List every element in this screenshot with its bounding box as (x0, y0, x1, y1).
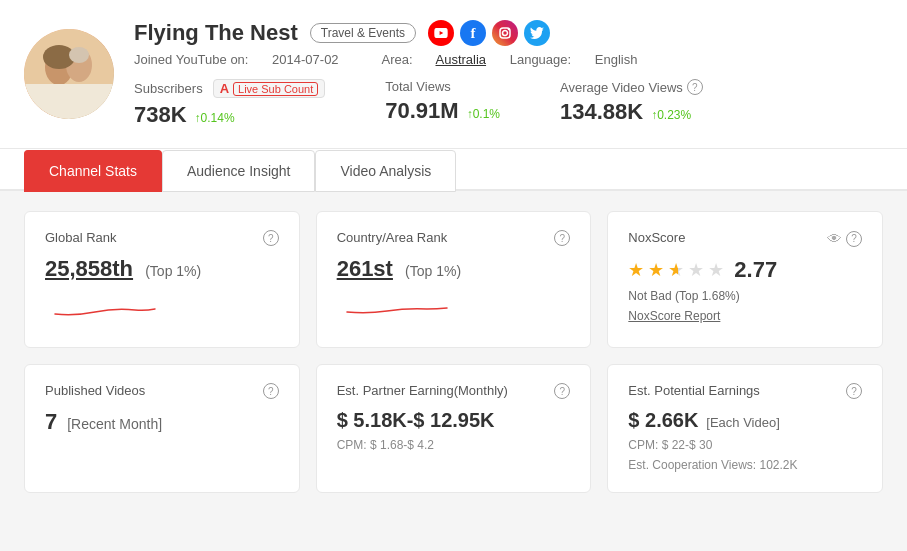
svg-point-6 (69, 47, 89, 63)
global-rank-sub: (Top 1%) (145, 263, 201, 279)
est-potential-cpm: CPM: $ 22-$ 30 (628, 438, 862, 452)
star-1: ★ (628, 259, 644, 281)
est-partner-title: Est. Partner Earning(Monthly) (337, 383, 508, 398)
card-header: Est. Potential Earnings ? (628, 383, 862, 399)
subscribers-value: 738K (134, 102, 187, 128)
channel-name-row: Flying The Nest Travel & Events f (134, 20, 883, 46)
tab-video-analysis[interactable]: Video Analysis (315, 150, 456, 192)
tab-audience-insight[interactable]: Audience Insight (162, 150, 316, 192)
nox-score-label: Not Bad (Top 1.68%) (628, 289, 862, 303)
channel-stats-row: Subscribers A Live Sub Count 738K ↑0.14%… (134, 79, 883, 128)
total-views-change: ↑0.1% (467, 107, 500, 121)
published-videos-value-row: 7 [Recent Month] (45, 409, 279, 435)
country-rank-card: Country/Area Rank ? 261st (Top 1%) (316, 211, 592, 348)
est-potential-sub: [Each Video] (706, 415, 779, 430)
cards-row-2: Published Videos ? 7 [Recent Month] Est.… (24, 364, 883, 493)
nox-stars-row: ★ ★ ★ ★ ★ 2.77 (628, 257, 862, 283)
published-videos-sub: [Recent Month] (67, 416, 162, 432)
avg-views-label: Average Video Views (560, 80, 683, 95)
country-rank-sub: (Top 1%) (405, 263, 461, 279)
eye-icon[interactable]: 👁 (827, 230, 842, 247)
card-header: Published Videos ? (45, 383, 279, 399)
channel-info: Flying The Nest Travel & Events f Joined… (134, 20, 883, 128)
tab-channel-stats[interactable]: Channel Stats (24, 150, 162, 192)
twitter-icon[interactable] (524, 20, 550, 46)
country-rank-value-row: 261st (Top 1%) (337, 256, 571, 282)
card-header: Est. Partner Earning(Monthly) ? (337, 383, 571, 399)
joined-label: Joined YouTube on: 2014-07-02 (134, 52, 359, 67)
est-potential-value-row: $ 2.66K [Each Video] (628, 409, 862, 432)
est-partner-earning-card: Est. Partner Earning(Monthly) ? $ 5.18K-… (316, 364, 592, 493)
social-icons: f (428, 20, 550, 46)
est-potential-earnings-card: Est. Potential Earnings ? $ 2.66K [Each … (607, 364, 883, 493)
subscribers-label: Subscribers (134, 81, 203, 96)
total-views-label: Total Views (385, 79, 451, 94)
country-rank-help-icon[interactable]: ? (554, 230, 570, 246)
channel-header: Flying The Nest Travel & Events f Joined… (0, 0, 907, 149)
nox-report-link[interactable]: NoxScore Report (628, 309, 720, 323)
global-rank-help-icon[interactable]: ? (263, 230, 279, 246)
live-sub-badge[interactable]: A Live Sub Count (213, 79, 326, 98)
published-videos-help-icon[interactable]: ? (263, 383, 279, 399)
area-label: Area: Australia (382, 52, 487, 67)
est-potential-title: Est. Potential Earnings (628, 383, 760, 398)
avg-views-help-icon[interactable]: ? (687, 79, 703, 95)
subscribers-stat: Subscribers A Live Sub Count 738K ↑0.14% (134, 79, 325, 128)
channel-meta: Joined YouTube on: 2014-07-02 Area: Aust… (134, 52, 883, 67)
svg-point-9 (508, 29, 510, 31)
published-videos-value: 7 (45, 409, 57, 434)
card-header: Global Rank ? (45, 230, 279, 246)
country-rank-link[interactable]: 261st (337, 256, 393, 281)
est-potential-help-icon[interactable]: ? (846, 383, 862, 399)
facebook-icon[interactable]: f (460, 20, 486, 46)
tabs-section: Channel Stats Audience Insight Video Ana… (0, 149, 907, 191)
avatar (24, 29, 114, 119)
language-label: Language: English (510, 52, 658, 67)
instagram-icon[interactable] (492, 20, 518, 46)
star-5: ★ (708, 259, 724, 281)
svg-point-8 (503, 31, 508, 36)
total-views-value: 70.91M (385, 98, 458, 124)
country-rank-value: 261st (337, 256, 399, 281)
published-videos-title: Published Videos (45, 383, 145, 398)
nox-score-title: NoxScore (628, 230, 685, 245)
cards-row-1: Global Rank ? 25,858th (Top 1%) Country/… (24, 211, 883, 348)
country-rank-trend (337, 294, 571, 327)
nox-score-icons: 👁 ? (827, 230, 862, 247)
channel-tag[interactable]: Travel & Events (310, 23, 416, 43)
avg-views-change: ↑0.23% (651, 108, 691, 122)
avg-views-value: 134.88K (560, 99, 643, 125)
est-potential-value: $ 2.66K (628, 409, 698, 431)
youtube-icon[interactable] (428, 20, 454, 46)
global-rank-value: 25,858th (45, 256, 139, 281)
svg-rect-4 (24, 84, 114, 119)
nox-score-help-icon[interactable]: ? (846, 231, 862, 247)
global-rank-card: Global Rank ? 25,858th (Top 1%) (24, 211, 300, 348)
country-rank-title: Country/Area Rank (337, 230, 448, 245)
est-potential-views: Est. Cooperation Views: 102.2K (628, 458, 862, 472)
nox-score-value: 2.77 (734, 257, 777, 283)
area-link[interactable]: Australia (435, 52, 486, 67)
published-videos-card: Published Videos ? 7 [Recent Month] (24, 364, 300, 493)
star-4: ★ (688, 259, 704, 281)
global-rank-link[interactable]: 25,858th (45, 256, 133, 281)
card-header: Country/Area Rank ? (337, 230, 571, 246)
total-views-stat: Total Views 70.91M ↑0.1% (385, 79, 500, 124)
global-rank-value-row: 25,858th (Top 1%) (45, 256, 279, 282)
global-rank-trend (45, 294, 279, 327)
star-half: ★ (668, 259, 684, 281)
avg-views-stat: Average Video Views ? 134.88K ↑0.23% (560, 79, 703, 125)
est-partner-value: $ 5.18K-$ 12.95K (337, 409, 571, 432)
main-content: Global Rank ? 25,858th (Top 1%) Country/… (0, 191, 907, 529)
global-rank-title: Global Rank (45, 230, 117, 245)
est-partner-help-icon[interactable]: ? (554, 383, 570, 399)
subscribers-change: ↑0.14% (195, 111, 235, 125)
nox-score-card: NoxScore 👁 ? ★ ★ ★ ★ ★ 2.77 Not Bad (Top… (607, 211, 883, 348)
est-partner-cpm: CPM: $ 1.68-$ 4.2 (337, 438, 571, 452)
channel-name: Flying The Nest (134, 20, 298, 46)
star-2: ★ (648, 259, 664, 281)
card-header: NoxScore 👁 ? (628, 230, 862, 247)
